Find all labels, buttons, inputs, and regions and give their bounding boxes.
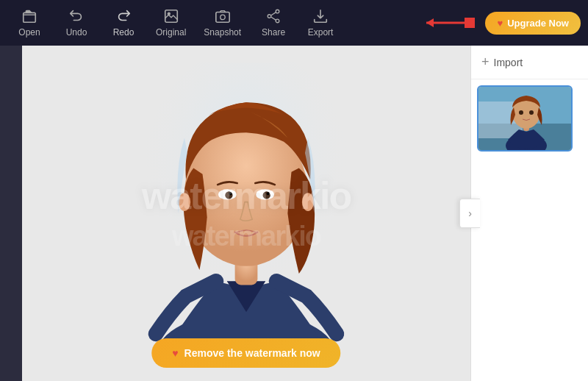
- arrow-annotation: [419, 12, 478, 34]
- svg-point-34: [529, 110, 534, 115]
- open-button[interactable]: Open: [7, 4, 51, 42]
- right-panel: › + Import: [470, 46, 588, 381]
- panel-toggle-button[interactable]: ›: [459, 199, 480, 228]
- svg-rect-0: [24, 13, 36, 22]
- redo-icon: [115, 8, 132, 24]
- snapshot-button[interactable]: Snapshot: [196, 4, 248, 42]
- snapshot-label: Snapshot: [204, 27, 241, 38]
- remove-watermark-label: Remove the watermark now: [184, 347, 320, 359]
- undo-button[interactable]: Undo: [54, 4, 98, 42]
- original-icon: [163, 8, 179, 24]
- remove-watermark-heart-icon: ♥: [172, 347, 178, 359]
- import-label: Import: [494, 57, 523, 68]
- upgrade-label: Upgrade Now: [507, 18, 569, 29]
- export-button[interactable]: Export: [298, 4, 343, 42]
- upgrade-heart-icon: ♥: [497, 18, 503, 29]
- redo-label: Redo: [113, 27, 135, 38]
- svg-point-4: [220, 15, 225, 19]
- left-edge: [0, 46, 22, 381]
- subject-container: watermarkio watermarkio: [103, 63, 390, 364]
- svg-rect-3: [216, 13, 229, 23]
- svg-point-5: [276, 10, 279, 13]
- undo-label: Undo: [66, 27, 87, 38]
- image-thumbnail[interactable]: [477, 85, 573, 152]
- svg-point-23: [232, 192, 234, 193]
- chevron-right-icon: ›: [468, 207, 472, 219]
- open-icon: [21, 8, 37, 24]
- thumbnail-area: [471, 79, 588, 157]
- undo-icon: [68, 8, 85, 24]
- open-label: Open: [18, 27, 40, 38]
- svg-line-8: [271, 13, 276, 15]
- plus-icon: +: [481, 54, 490, 70]
- share-label: Share: [262, 27, 285, 38]
- toolbar-items: Open Undo Redo Original: [7, 4, 419, 42]
- original-button[interactable]: Original: [148, 4, 193, 42]
- remove-watermark-button[interactable]: ♥ Remove the watermark now: [151, 338, 340, 368]
- svg-point-21: [229, 192, 232, 195]
- share-button[interactable]: Share: [251, 4, 295, 42]
- woman-figure: [103, 63, 390, 364]
- toolbar: Open Undo Redo Original: [0, 0, 588, 46]
- redo-button[interactable]: Redo: [101, 4, 146, 42]
- export-icon: [312, 8, 329, 24]
- thumbnail-image: [478, 87, 573, 152]
- svg-point-20: [263, 191, 270, 199]
- original-label: Original: [156, 27, 186, 38]
- canvas-area: watermarkio watermarkio ♥ Remove the wat…: [22, 46, 470, 381]
- svg-point-24: [270, 192, 271, 193]
- svg-point-6: [268, 15, 271, 18]
- svg-rect-12: [465, 18, 475, 28]
- svg-point-19: [225, 191, 232, 199]
- svg-line-9: [271, 17, 276, 20]
- main-area: watermarkio watermarkio ♥ Remove the wat…: [0, 46, 588, 381]
- svg-point-33: [519, 110, 523, 115]
- snapshot-icon: [215, 8, 231, 24]
- export-label: Export: [308, 27, 334, 38]
- svg-marker-11: [426, 18, 434, 27]
- upgrade-button[interactable]: ♥ Upgrade Now: [485, 12, 581, 35]
- import-button[interactable]: + Import: [471, 46, 588, 79]
- svg-point-7: [276, 19, 279, 23]
- share-icon: [265, 8, 282, 24]
- svg-point-22: [267, 192, 270, 195]
